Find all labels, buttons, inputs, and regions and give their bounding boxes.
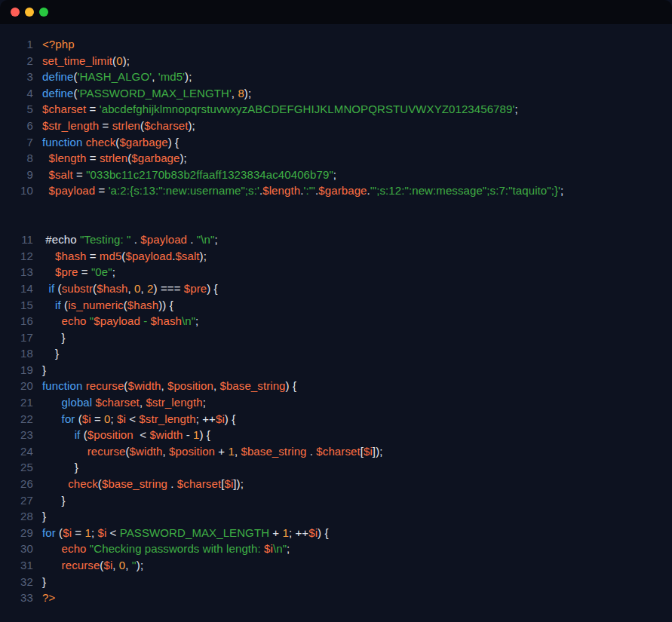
code-line: 11 #echo "Testing: " . $payload . "\n"; bbox=[9, 231, 661, 248]
code-token: $hash bbox=[97, 282, 127, 295]
zoom-button[interactable] bbox=[39, 8, 48, 17]
code-token: $hash bbox=[151, 314, 182, 327]
code-line: 17 } bbox=[9, 329, 661, 346]
code-text: set_time_limit(0); bbox=[42, 53, 130, 69]
code-text: define('HASH_ALGO', 'md5'); bbox=[42, 69, 192, 85]
code-token: ':"' bbox=[303, 184, 315, 197]
code-token: ( bbox=[75, 412, 81, 425]
code-token: $str_length bbox=[139, 412, 195, 425]
close-button[interactable] bbox=[11, 8, 20, 17]
line-number: 26 bbox=[9, 476, 33, 492]
line-number: 6 bbox=[9, 118, 33, 134]
code-line: 29for ($i = 1; $i < PASSWORD_MAX_LENGTH … bbox=[9, 525, 661, 541]
line-number: 32 bbox=[9, 574, 33, 590]
code-line: 18 } bbox=[9, 345, 661, 362]
code-text: } bbox=[42, 345, 59, 362]
line-number bbox=[9, 199, 33, 216]
code-token: echo bbox=[62, 542, 87, 555]
code-token: ) { bbox=[199, 428, 210, 441]
code-text: if ($position < $width - 1) { bbox=[42, 427, 210, 443]
code-line: 26 check($base_string . $charset[$i]); bbox=[9, 476, 661, 492]
code-editor[interactable]: 1<?php2set_time_limit(0);3define('HASH_A… bbox=[0, 24, 672, 622]
minimize-button[interactable] bbox=[25, 8, 34, 17]
code-token bbox=[42, 265, 55, 278]
line-number: 23 bbox=[9, 427, 33, 443]
code-token: ; bbox=[214, 233, 217, 246]
code-token: "Testing: " bbox=[80, 233, 131, 246]
line-number: 20 bbox=[9, 378, 33, 394]
code-token: ; bbox=[111, 412, 118, 425]
code-token: $width bbox=[130, 445, 163, 458]
code-line: 27 } bbox=[9, 492, 661, 509]
code-token: + bbox=[215, 445, 228, 458]
code-token: $base_string bbox=[102, 477, 167, 490]
code-text: <?php bbox=[42, 36, 75, 53]
code-window: 1<?php2set_time_limit(0);3define('HASH_A… bbox=[0, 0, 672, 622]
line-number: 15 bbox=[9, 297, 33, 314]
code-token: = bbox=[95, 184, 108, 197]
code-line: 24 recurse($width, $position + 1, $base_… bbox=[9, 443, 661, 460]
code-token: 1 bbox=[84, 526, 91, 539]
code-line: 9 $salt = "033bc11c2170b83b2ffaaff132383… bbox=[9, 167, 661, 183]
code-token: $i bbox=[117, 412, 126, 425]
line-number: 7 bbox=[9, 134, 33, 151]
code-line: 5$charset = 'abcdefghijklmnopqrstuvwxyzA… bbox=[9, 101, 661, 118]
code-token: $charset bbox=[96, 396, 140, 409]
code-token: ); bbox=[244, 87, 251, 100]
line-number: 24 bbox=[9, 443, 33, 460]
code-token: strlen bbox=[112, 119, 140, 132]
code-token: $garbage bbox=[119, 136, 167, 149]
code-line: 25 } bbox=[9, 459, 661, 476]
code-token: recurse bbox=[62, 559, 100, 571]
code-token: "0e" bbox=[91, 265, 112, 278]
line-number: 28 bbox=[9, 508, 33, 525]
code-text: check($base_string . $charset[$i]); bbox=[42, 476, 244, 492]
line-number: 10 bbox=[9, 182, 33, 199]
code-line: 1<?php bbox=[9, 36, 661, 53]
code-text: echo "$payload - $hash\n"; bbox=[42, 313, 198, 329]
code-token: + bbox=[269, 526, 282, 539]
code-line: 28} bbox=[9, 508, 661, 525]
code-token: $payload bbox=[49, 184, 96, 197]
code-token: for bbox=[62, 412, 75, 425]
code-token: = bbox=[86, 103, 99, 115]
line-number: 21 bbox=[9, 394, 33, 411]
code-token: } bbox=[42, 494, 66, 507]
code-token: ; ++ bbox=[196, 412, 216, 425]
code-token: function bbox=[42, 379, 82, 392]
code-token: ( bbox=[54, 282, 61, 295]
line-number: 12 bbox=[9, 248, 33, 265]
code-token: $base_string bbox=[241, 445, 306, 458]
code-token: = bbox=[86, 152, 99, 164]
code-token: ); bbox=[185, 70, 192, 83]
line-number: 27 bbox=[9, 492, 33, 509]
code-text: recurse($i, 0, ''); bbox=[42, 557, 143, 574]
code-token: $charset bbox=[316, 445, 360, 458]
code-token: , bbox=[141, 282, 148, 295]
code-token: "Checking passwords with length: bbox=[90, 542, 264, 555]
code-token: $pre bbox=[184, 282, 207, 295]
code-token: \n" bbox=[273, 542, 287, 555]
code-text: for ($i = 1; $i < PASSWORD_MAX_LENGTH + … bbox=[42, 525, 329, 541]
code-token: } bbox=[42, 363, 46, 376]
line-number: 1 bbox=[9, 36, 33, 53]
code-token: 8 bbox=[238, 87, 244, 100]
code-token: $pre bbox=[55, 265, 78, 278]
code-token: $i bbox=[364, 445, 373, 458]
code-text: } bbox=[42, 492, 66, 509]
code-token: = bbox=[86, 250, 99, 262]
code-token: 'PASSWORD_MAX_LENGTH' bbox=[78, 87, 232, 100]
code-token bbox=[42, 152, 49, 164]
code-token: $i bbox=[216, 412, 225, 425]
code-token: $i bbox=[224, 477, 233, 490]
code-text: if (is_numeric($hash)) { bbox=[42, 297, 173, 314]
code-text: } bbox=[42, 362, 46, 378]
code-token: ); bbox=[188, 119, 195, 132]
code-token: < bbox=[126, 412, 139, 425]
line-number: 17 bbox=[9, 329, 33, 346]
code-line: 33?> bbox=[9, 590, 661, 606]
code-token: '";s:12:":new:message";s:7:"taquito";}' bbox=[370, 184, 560, 197]
code-token: ; bbox=[333, 168, 336, 181]
code-text: $pre = "0e"; bbox=[42, 264, 115, 280]
code-token: define bbox=[42, 87, 73, 100]
